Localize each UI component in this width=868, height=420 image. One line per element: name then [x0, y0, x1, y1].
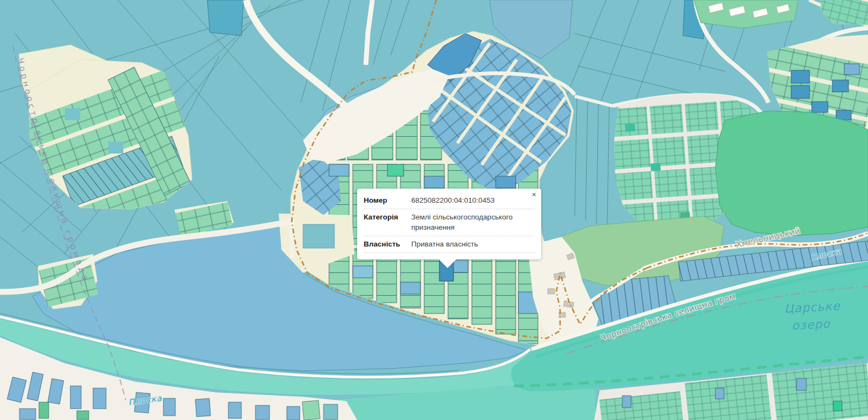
cadastral-map-viewport[interactable]: Чорноострівська селищна громада Чорноост… — [0, 0, 868, 420]
field-patch — [303, 224, 334, 248]
field-label-number: Номер — [364, 195, 411, 205]
field-value-ownership: Приватна власність — [411, 239, 535, 249]
forest — [715, 111, 868, 236]
popup-row-category: Категорія Землі сільськогосподарського п… — [364, 209, 535, 236]
parcel-info-popup: × Номер 6825082200:04:010:0453 Категорія… — [357, 189, 541, 259]
field-value-number: 6825082200:04:010:0453 — [411, 195, 535, 205]
popup-pointer-arrow — [438, 259, 457, 268]
field-value-category: Землі сільськогосподарського призначення — [411, 212, 535, 232]
lake-label-line2: озеро — [791, 317, 831, 332]
popup-close-button[interactable]: × — [532, 190, 536, 199]
field-label-ownership: Власність — [364, 239, 411, 249]
field-label-category: Категорія — [364, 212, 411, 232]
popup-row-number: Номер 6825082200:04:010:0453 — [364, 192, 535, 209]
popup-row-ownership: Власність Приватна власність — [364, 236, 535, 253]
